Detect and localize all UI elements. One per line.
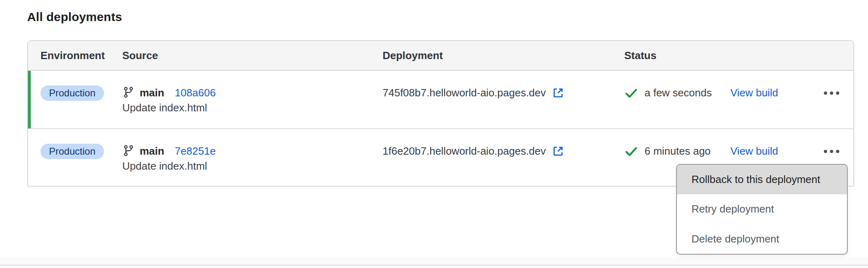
deployment-row: Production main 108a606 Update index.htm… [28, 71, 853, 128]
source-cell: main 7e8251e Update index.html [122, 129, 383, 186]
deployment-actions-button[interactable] [822, 85, 841, 100]
bottom-divider [0, 265, 868, 266]
deployment-actions-button[interactable] [822, 144, 841, 159]
bottom-section-strip [0, 257, 868, 265]
branch-name: main [140, 87, 164, 99]
view-build-link[interactable]: View build [730, 87, 778, 99]
deployment-url: 745f08b7.helloworld-aio.pages.dev [383, 87, 546, 99]
column-header-deployment: Deployment [383, 49, 624, 62]
commit-link[interactable]: 108a606 [175, 87, 216, 99]
menu-item-delete[interactable]: Delete deployment [677, 224, 847, 254]
ellipsis-icon [824, 150, 827, 153]
page-title: All deployments [27, 9, 122, 25]
view-build-link[interactable]: View build [730, 145, 778, 157]
deployment-time: a few seconds [645, 87, 712, 99]
commit-link[interactable]: 7e8251e [175, 145, 216, 157]
external-link-icon[interactable] [552, 145, 564, 157]
column-header-environment: Environment [40, 49, 122, 62]
menu-item-retry[interactable]: Retry deployment [677, 194, 847, 224]
view-build-cell: View build [730, 71, 811, 128]
deployment-cell: 745f08b7.helloworld-aio.pages.dev [383, 71, 624, 128]
git-branch-icon [122, 86, 134, 100]
check-icon [624, 86, 638, 100]
environment-badge: Production [40, 144, 104, 159]
branch-name: main [140, 145, 164, 157]
deployment-time: 6 minutes ago [645, 145, 711, 157]
commit-message: Update index.html [122, 159, 383, 174]
table-header: Environment Source Deployment Status [28, 41, 853, 71]
external-link-icon[interactable] [552, 87, 564, 99]
check-icon [624, 145, 638, 158]
column-header-status: Status [624, 49, 730, 62]
environment-cell: Production [40, 71, 122, 128]
git-branch-icon [122, 145, 134, 158]
current-deployment-indicator [28, 71, 31, 128]
context-menu: Rollback to this deployment Retry deploy… [676, 164, 848, 255]
environment-badge: Production [40, 85, 104, 101]
source-cell: main 108a606 Update index.html [122, 71, 383, 128]
environment-cell: Production [40, 129, 122, 186]
deployment-url: 1f6e20b7.helloworld-aio.pages.dev [383, 145, 546, 157]
commit-message: Update index.html [122, 100, 383, 115]
column-header-source: Source [122, 49, 383, 62]
ellipsis-icon [824, 91, 827, 95]
status-cell: a few seconds [624, 71, 730, 128]
menu-item-rollback[interactable]: Rollback to this deployment [677, 165, 847, 194]
deployment-cell: 1f6e20b7.helloworld-aio.pages.dev [383, 129, 624, 186]
